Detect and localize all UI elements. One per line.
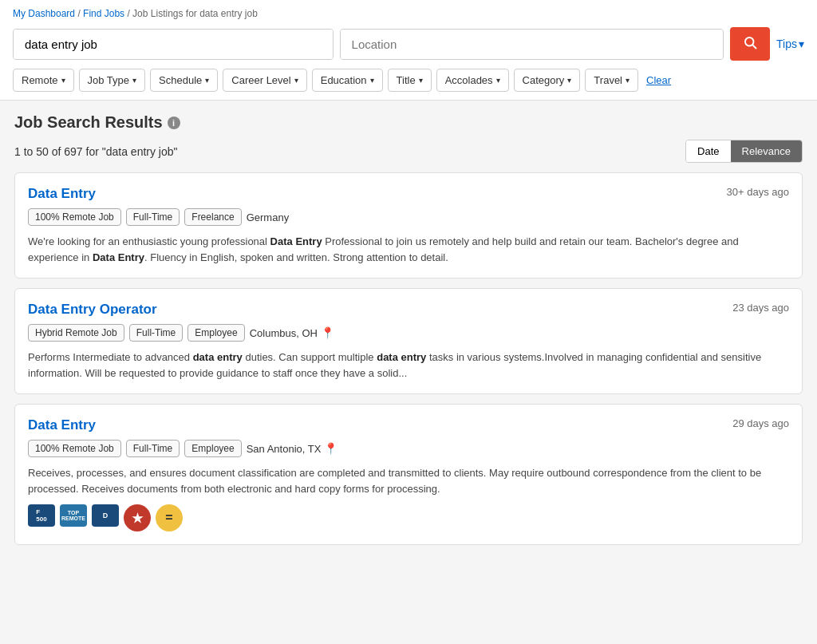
results-title: Job Search Results i [14,113,803,132]
clear-filters-link[interactable]: Clear [646,74,671,86]
location-input-wrap [340,29,724,60]
chevron-icon: ▾ [567,76,571,85]
filter-title[interactable]: Title ▾ [388,69,432,92]
job-title-link[interactable]: Data Entry [28,186,96,202]
job-card: Data Entry 29 days ago 100% Remote Job F… [14,404,803,545]
svg-line-1 [752,45,756,48]
filter-job-type[interactable]: Job Type ▾ [79,69,146,92]
chevron-icon: ▾ [205,76,209,85]
job-card: Data Entry Operator 23 days ago Hybrid R… [14,288,803,394]
job-tag: Employee [184,440,241,457]
filter-education[interactable]: Education ▾ [312,69,383,92]
filter-travel[interactable]: Travel ▾ [585,69,638,92]
job-location: San Antonio, TX 📍 [247,442,338,455]
job-tag: Full-Time [129,324,184,342]
job-card-header: Data Entry 29 days ago [28,417,789,433]
chevron-icon: ▾ [61,76,65,85]
filter-category[interactable]: Category ▾ [514,69,581,92]
job-description: Performs Intermediate to advanced data e… [28,350,789,381]
chevron-icon: ▾ [419,76,423,85]
sort-date-button[interactable]: Date [686,140,730,162]
job-date: 30+ days ago [727,186,789,198]
location-pin-icon: 📍 [321,326,334,339]
sort-relevance-button[interactable]: Relevance [731,140,802,162]
job-tags: 100% Remote Job Full-Time Employee San A… [28,440,789,457]
job-title-link[interactable]: Data Entry [28,417,96,433]
job-tag: Freelance [184,208,241,226]
location-pin-icon: 📍 [324,442,337,455]
job-title-link[interactable]: Data Entry Operator [28,302,157,318]
job-description: Receives, processes, and ensures documen… [28,465,789,496]
filter-schedule[interactable]: Schedule ▾ [150,69,218,92]
job-tag: Full-Time [126,440,180,457]
job-location: Germany [247,211,289,223]
badge-forbes: D [92,504,119,527]
main-content: Job Search Results i 1 to 50 of 697 for … [2,101,815,567]
filter-row: Remote ▾ Job Type ▾ Schedule ▾ Career Le… [13,69,804,92]
tips-chevron-icon: ▾ [799,38,804,50]
tips-label: Tips [776,38,797,50]
chevron-icon: ▾ [132,76,136,85]
filter-career-level[interactable]: Career Level ▾ [223,69,306,92]
job-tag: Employee [187,324,244,342]
badge-top-remote: TOPREMOTE [60,504,87,527]
job-tags: Hybrid Remote Job Full-Time Employee Col… [28,324,789,342]
badge-star: ★ [124,504,151,531]
chevron-icon: ▾ [370,76,374,85]
job-tag: Hybrid Remote Job [28,324,124,342]
job-card-header: Data Entry 30+ days ago [28,186,789,202]
filter-remote[interactable]: Remote ▾ [13,69,74,92]
breadcrumb: My Dashboard / Find Jobs / Job Listings … [13,8,804,19]
chevron-icon: ▾ [294,76,298,85]
job-tag: 100% Remote Job [28,208,121,226]
results-header: Job Search Results i [14,113,803,132]
chevron-icon: ▾ [496,76,500,85]
job-card-header: Data Entry Operator 23 days ago [28,302,789,318]
job-date: 23 days ago [732,302,789,314]
chevron-icon: ▾ [626,76,630,85]
filter-accolades[interactable]: Accolades ▾ [436,69,509,92]
search-button[interactable] [730,27,770,61]
search-icon [743,35,757,49]
badge-equal-opportunity: = [156,504,183,531]
tips-link[interactable]: Tips ▾ [776,38,804,50]
job-card: Data Entry 30+ days ago 100% Remote Job … [14,172,803,279]
location-input[interactable] [341,30,723,59]
job-location: Columbus, OH 📍 [250,326,334,339]
results-count: 1 to 50 of 697 for "data entry job" [14,145,178,158]
job-tag: Full-Time [126,208,180,226]
search-input-wrap [13,29,334,60]
job-tag: 100% Remote Job [28,440,121,457]
sort-row: 1 to 50 of 697 for "data entry job" Date… [14,140,803,163]
info-icon[interactable]: i [168,117,180,129]
badge-fortune500: F500 [28,504,55,527]
job-description: We're looking for an enthusiastic young … [28,234,789,265]
badge-row: F500 TOPREMOTE D ★ = [28,504,789,531]
job-tags: 100% Remote Job Full-Time Freelance Germ… [28,208,789,226]
sort-buttons: Date Relevance [685,140,803,163]
job-date: 29 days ago [732,417,789,429]
search-input[interactable] [14,30,333,59]
